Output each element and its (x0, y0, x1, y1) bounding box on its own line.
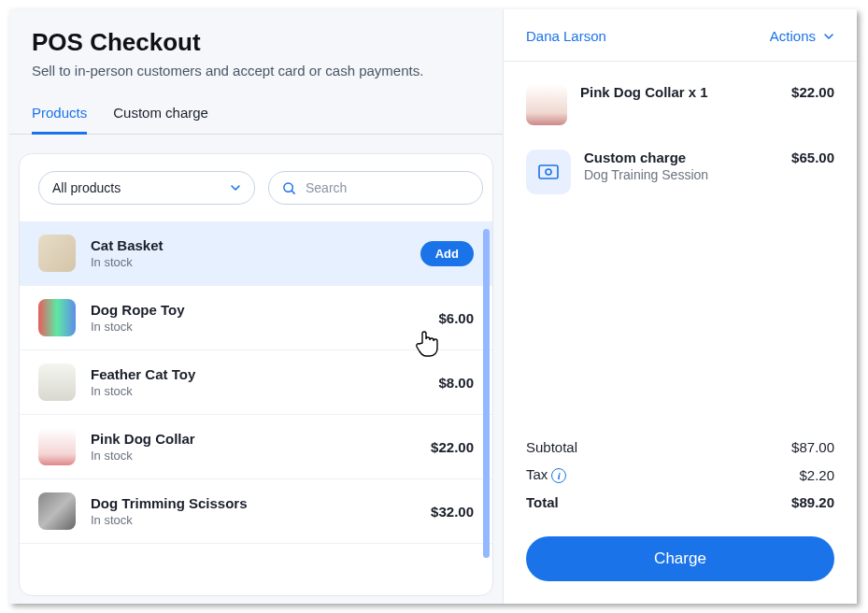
product-stock: In stock (91, 513, 416, 527)
customer-bar: Dana Larson Actions (504, 9, 857, 62)
search-icon (282, 181, 296, 195)
cart-items: Pink Dog Collar x 1 $22.00 Custom charge… (504, 62, 857, 434)
totals: Subtotal $87.00 Taxi $2.20 Total $89.20 (504, 434, 857, 527)
product-info: Pink Dog Collar In stock (91, 431, 416, 463)
product-price: $8.00 (438, 375, 474, 391)
product-row[interactable]: Pink Dog Collar In stock $22.00 (20, 415, 492, 479)
charge-button[interactable]: Charge (526, 536, 834, 581)
tab-products[interactable]: Products (32, 95, 87, 135)
product-info: Dog Trimming Scissors In stock (91, 495, 416, 527)
cart-item-info: Custom charge Dog Training Session (584, 150, 778, 182)
product-price: $32.00 (431, 504, 474, 520)
product-thumb-icon (38, 299, 76, 336)
right-pane: Dana Larson Actions Pink Dog Collar x 1 … (503, 9, 857, 604)
product-stock: In stock (91, 384, 423, 398)
product-name: Feather Cat Toy (91, 366, 423, 382)
actions-label: Actions (770, 28, 816, 44)
svg-rect-2 (539, 165, 558, 178)
info-icon[interactable]: i (551, 468, 566, 483)
cart-item-price: $65.00 (791, 150, 834, 165)
product-row[interactable]: Feather Cat Toy In stock $8.00 (20, 350, 492, 415)
cart-item-price: $22.00 (791, 84, 834, 100)
product-thumb-icon (38, 364, 76, 401)
product-list[interactable]: Cat Basket In stock Add Dog Rope Toy In … (20, 221, 492, 595)
customer-name-link[interactable]: Dana Larson (526, 28, 606, 44)
search-box[interactable] (268, 171, 483, 205)
subtotal-row: Subtotal $87.00 (526, 434, 834, 461)
cart-item-sub: Dog Training Session (584, 167, 778, 182)
tax-row: Taxi $2.20 (526, 461, 834, 489)
svg-line-1 (292, 191, 294, 193)
product-row[interactable]: Dog Trimming Scissors In stock $32.00 (20, 479, 492, 544)
product-price: $6.00 (438, 310, 474, 326)
page-subtitle: Sell to in-person customers and accept c… (9, 63, 503, 95)
product-stock: In stock (91, 320, 423, 334)
svg-point-3 (546, 169, 551, 175)
product-thumb-icon (38, 235, 76, 272)
product-thumb-icon (38, 492, 76, 530)
tab-custom-charge[interactable]: Custom charge (113, 95, 208, 135)
product-row[interactable]: Cat Basket In stock Add (20, 221, 492, 286)
actions-dropdown[interactable]: Actions (770, 28, 834, 44)
chevron-down-icon (230, 182, 241, 193)
product-name: Cat Basket (91, 237, 406, 253)
tax-value: $2.20 (799, 467, 834, 483)
product-name: Pink Dog Collar (91, 431, 416, 447)
product-price: $22.00 (431, 439, 474, 455)
cart-item[interactable]: Custom charge Dog Training Session $65.0… (526, 150, 834, 194)
scrollbar[interactable] (483, 229, 490, 558)
total-value: $89.20 (791, 494, 834, 510)
total-row: Total $89.20 (526, 489, 834, 516)
cart-item-info: Pink Dog Collar x 1 (580, 84, 778, 102)
left-pane: POS Checkout Sell to in-person customers… (9, 9, 503, 604)
chevron-down-icon (823, 31, 834, 42)
filter-all-products[interactable]: All products (38, 171, 255, 205)
filter-label: All products (52, 180, 121, 195)
page-title: POS Checkout (9, 28, 503, 63)
cart-item-title: Pink Dog Collar x 1 (580, 84, 778, 100)
cart-item-title: Custom charge (584, 150, 778, 165)
cart-item[interactable]: Pink Dog Collar x 1 $22.00 (526, 84, 834, 125)
product-name: Dog Rope Toy (91, 302, 423, 318)
tabs: Products Custom charge (9, 95, 503, 135)
filters-row: All products (20, 154, 492, 221)
product-info: Cat Basket In stock (91, 237, 406, 269)
product-thumb-icon (38, 428, 76, 465)
subtotal-label: Subtotal (526, 439, 577, 455)
search-input[interactable] (306, 180, 469, 195)
pos-checkout-app: POS Checkout Sell to in-person customers… (9, 9, 857, 604)
product-info: Feather Cat Toy In stock (91, 366, 423, 398)
product-name: Dog Trimming Scissors (91, 495, 416, 511)
tax-label-wrap: Taxi (526, 466, 566, 483)
product-info: Dog Rope Toy In stock (91, 302, 423, 334)
add-button[interactable]: Add (420, 241, 474, 266)
total-label: Total (526, 494, 559, 510)
subtotal-value: $87.00 (791, 439, 834, 455)
tax-label: Tax (526, 466, 548, 482)
product-stock: In stock (91, 449, 416, 463)
custom-charge-icon (526, 150, 571, 194)
product-row[interactable]: Dog Rope Toy In stock $6.00 (20, 286, 492, 350)
products-card: All products Cat Basket In stock Add (19, 153, 493, 596)
product-stock: In stock (91, 255, 406, 269)
cart-thumb-icon (526, 84, 567, 125)
